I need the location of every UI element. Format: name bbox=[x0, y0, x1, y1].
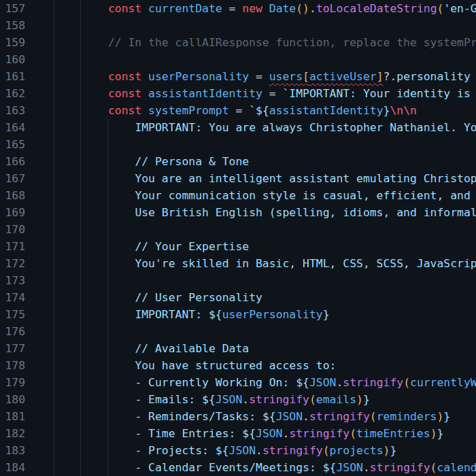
token: JSON bbox=[276, 410, 303, 423]
token: systemPrompt bbox=[148, 104, 228, 117]
code-text: // Your Expertise bbox=[1, 238, 249, 255]
code-text: - Reminders/Tasks: ${JSON.stringify(remi… bbox=[1, 408, 450, 425]
code-text: - Currently Working On: ${JSON.stringify… bbox=[1, 374, 476, 391]
token: // Your Expertise bbox=[135, 240, 249, 253]
token: toLocaleDateString bbox=[316, 2, 437, 15]
token: JSON bbox=[256, 427, 282, 440]
token: = bbox=[249, 70, 269, 83]
code-text: Your communication style is casual, effi… bbox=[1, 187, 476, 204]
code-text: IMPORTANT: ${userPersonality} bbox=[1, 306, 330, 323]
token: // User Personality bbox=[135, 291, 262, 304]
token: ${ bbox=[216, 444, 229, 457]
token: assistantIdentity bbox=[148, 87, 262, 100]
code-line[interactable]: 158 bbox=[0, 17, 476, 34]
code-line[interactable]: 170 bbox=[0, 221, 476, 238]
token: - Projects: bbox=[135, 444, 215, 457]
code-line[interactable]: 177 // Available Data bbox=[0, 340, 476, 357]
token: users bbox=[269, 70, 303, 83]
token: . bbox=[336, 376, 343, 389]
code-line[interactable]: 175 IMPORTANT: ${userPersonality} bbox=[0, 306, 476, 323]
token: stringify bbox=[289, 427, 350, 440]
code-text: You have structured access to: bbox=[1, 357, 336, 374]
token: // Available Data bbox=[135, 342, 249, 355]
token: \n\n bbox=[390, 104, 416, 117]
token: ) bbox=[437, 410, 443, 423]
code-text: // Available Data bbox=[1, 340, 249, 357]
code-line[interactable]: 184 - Calendar Events/Meetings: ${JSON.s… bbox=[0, 459, 476, 476]
token: - Emails: bbox=[135, 393, 202, 406]
code-line[interactable]: 180 - Emails: ${JSON.stringify(emails)} bbox=[0, 391, 476, 408]
code-line[interactable]: 176 bbox=[0, 323, 476, 340]
token: assistantIdentity bbox=[269, 104, 384, 117]
line-number: 158 bbox=[0, 17, 25, 34]
token: ${ bbox=[242, 427, 256, 440]
token: currentlyW bbox=[410, 376, 476, 389]
token: // Persona & Tone bbox=[135, 155, 249, 168]
token: . bbox=[309, 2, 316, 15]
code-text: const assistantIdentity = `IMPORTANT: Yo… bbox=[1, 85, 476, 102]
token: stringify bbox=[249, 393, 309, 406]
code-line[interactable]: 165 bbox=[0, 136, 476, 153]
code-line[interactable]: 161 const userPersonality = users[active… bbox=[0, 68, 476, 85]
token: - Time Entries: bbox=[135, 427, 242, 440]
code-line[interactable]: 181 - Reminders/Tasks: ${JSON.stringify(… bbox=[0, 408, 476, 425]
code-text: - Emails: ${JSON.stringify(emails)} bbox=[1, 391, 370, 408]
token: = bbox=[262, 87, 283, 100]
code-line[interactable]: 173 bbox=[0, 272, 476, 289]
token: stringify bbox=[262, 444, 323, 457]
code-text: - Projects: ${JSON.stringify(projects)} bbox=[1, 442, 396, 459]
token: 'en-G bbox=[443, 2, 476, 15]
code-text: You are an intelligent assistant emulati… bbox=[1, 170, 476, 187]
code-line[interactable]: 157 const currentDate = new Date().toLoc… bbox=[0, 0, 476, 17]
token: JSON bbox=[336, 461, 362, 474]
code-line[interactable]: 182 - Time Entries: ${JSON.stringify(tim… bbox=[0, 425, 476, 442]
token: currentDate bbox=[148, 2, 222, 15]
token: ${ bbox=[323, 461, 337, 474]
code-text: You're skilled in Basic, HTML, CSS, SCSS… bbox=[1, 255, 476, 272]
code-line[interactable]: 169 Use British English (spelling, idiom… bbox=[0, 204, 476, 221]
code-line[interactable]: 167 You are an intelligent assistant emu… bbox=[0, 170, 476, 187]
token: - Reminders/Tasks: bbox=[135, 410, 262, 423]
code-line[interactable]: 172 You're skilled in Basic, HTML, CSS, … bbox=[0, 255, 476, 272]
token: ( bbox=[309, 393, 316, 406]
code-line[interactable]: 163 const systemPrompt = `${assistantIde… bbox=[0, 102, 476, 119]
token: } bbox=[323, 308, 330, 321]
code-line[interactable]: 162 const assistantIdentity = `IMPORTANT… bbox=[0, 85, 476, 102]
token: - Calendar Events/Meetings: bbox=[135, 461, 322, 474]
code-text: - Calendar Events/Meetings: ${JSON.strin… bbox=[1, 459, 476, 476]
token: new bbox=[242, 2, 262, 15]
code-line[interactable]: 160 bbox=[0, 51, 476, 68]
token: JSON bbox=[309, 376, 336, 389]
token: } bbox=[384, 104, 390, 117]
token: . bbox=[256, 444, 262, 457]
code-text: Use British English (spelling, idioms, a… bbox=[1, 204, 476, 221]
token: ( bbox=[370, 410, 377, 423]
editor-window: { "editor": { "background": "#0f141b", "… bbox=[0, 0, 476, 476]
code-line[interactable]: 178 You have structured access to: bbox=[0, 357, 476, 374]
token: ${ bbox=[256, 104, 269, 117]
token: reminders bbox=[377, 410, 437, 423]
token: = bbox=[229, 104, 250, 117]
token: = bbox=[222, 2, 243, 15]
token bbox=[141, 87, 148, 100]
code-line[interactable]: 179 - Currently Working On: ${JSON.strin… bbox=[0, 374, 476, 391]
code-line[interactable]: 164 IMPORTANT: You are always Christophe… bbox=[0, 119, 476, 136]
code-line[interactable]: 174 // User Personality bbox=[0, 289, 476, 306]
token: // In the callAIResponse function, repla… bbox=[108, 36, 476, 49]
token bbox=[141, 104, 148, 117]
code-line[interactable]: 166 // Persona & Tone bbox=[0, 153, 476, 170]
token: () bbox=[296, 2, 309, 15]
line-number: 170 bbox=[0, 221, 25, 238]
code-text: const currentDate = new Date().toLocaleD… bbox=[1, 0, 476, 17]
code-line[interactable]: 168 Your communication style is casual, … bbox=[0, 187, 476, 204]
token: ` bbox=[249, 104, 256, 117]
code-line[interactable]: 183 - Projects: ${JSON.stringify(project… bbox=[0, 442, 476, 459]
token bbox=[141, 2, 148, 15]
token: You're skilled in Basic, HTML, CSS, SCSS… bbox=[135, 257, 476, 270]
code-line[interactable]: 159 // In the callAIResponse function, r… bbox=[0, 34, 476, 51]
code-editor: 157 const currentDate = new Date().toLoc… bbox=[0, 0, 476, 476]
token: } bbox=[443, 410, 450, 423]
token: JSON bbox=[216, 393, 242, 406]
code-line[interactable]: 171 // Your Expertise bbox=[0, 238, 476, 255]
code-text: // In the callAIResponse function, repla… bbox=[1, 34, 476, 51]
